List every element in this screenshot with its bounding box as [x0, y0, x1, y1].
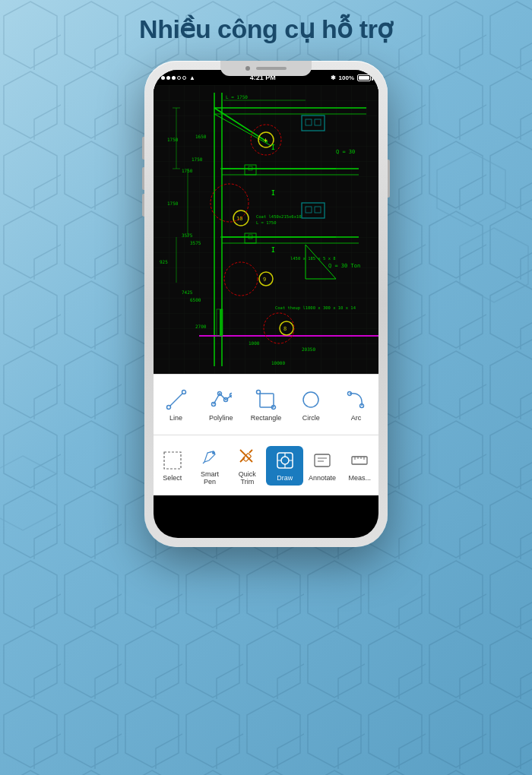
quick-trim-icon	[236, 446, 258, 467]
svg-text:L = 1750: L = 1750	[226, 94, 248, 100]
svg-text:1750: 1750	[167, 137, 179, 142]
bluetooth-icon: ✱	[331, 74, 336, 81]
svg-text:3575: 3575	[190, 240, 201, 245]
svg-text:l450 x 185 x 5 x 8: l450 x 185 x 5 x 8	[290, 256, 336, 261]
svg-point-93	[281, 457, 289, 464]
measure-icon	[349, 450, 370, 471]
svg-rect-7	[154, 85, 378, 374]
signal-dot-5	[182, 76, 186, 80]
nav-draw-label: Draw	[277, 474, 293, 482]
phone-frame: ▲ 4:21 PM ✱ 100%	[144, 61, 388, 547]
page-title: Nhiều công cụ hỗ trợ	[0, 0, 532, 52]
svg-text:10000: 10000	[271, 360, 285, 365]
status-left: ▲	[161, 74, 195, 81]
svg-rect-101	[352, 457, 367, 464]
front-camera	[245, 66, 250, 71]
tool-line[interactable]: Line	[154, 384, 198, 425]
svg-text:925: 925	[160, 259, 168, 264]
svg-marker-5	[0, 456, 57, 530]
phone-mockup: ▲ 4:21 PM ✱ 100%	[144, 61, 388, 532]
svg-point-76	[166, 405, 170, 409]
svg-text:1750: 1750	[182, 168, 193, 173]
signal-dot-1	[161, 76, 165, 80]
smart-pen-icon	[199, 446, 220, 467]
svg-text:2700: 2700	[195, 324, 207, 329]
arc-icon	[344, 388, 367, 411]
nav-measure-label: Meas...	[349, 474, 372, 482]
tool-rectangle[interactable]: Rectangle	[243, 384, 288, 425]
svg-point-77	[182, 390, 185, 394]
status-right: ✱ 100%	[331, 74, 371, 81]
battery-fill	[359, 76, 369, 80]
signal-dot-3	[172, 76, 176, 80]
svg-text:I: I	[271, 144, 275, 151]
cad-canvas: 1750 1750 925 Q = 30 Q = 30 Ton Coat l45…	[154, 85, 378, 374]
tool-polyline-label: Polyline	[209, 414, 233, 422]
svg-text:Coat theup l1000 x 300 x 10 x : Coat theup l1000 x 300 x 10 x 14	[275, 305, 356, 311]
phone-top-bar	[220, 61, 312, 76]
svg-text:+: +	[264, 137, 268, 144]
svg-text:7425: 7425	[182, 289, 193, 295]
signal-dots	[161, 76, 186, 80]
nav-select-label: Select	[163, 474, 182, 482]
tool-arc[interactable]: Arc	[334, 384, 378, 425]
line-icon	[165, 388, 188, 411]
svg-text:Q = 30 Ton: Q = 30 Ton	[328, 263, 360, 269]
phone-screen: ▲ 4:21 PM ✱ 100%	[154, 70, 378, 538]
battery-percent: 100%	[339, 74, 354, 81]
svg-text:L = 1750: L = 1750	[256, 220, 277, 225]
svg-text:1750: 1750	[192, 157, 203, 162]
nav-smart-pen-label: Smart Pen	[195, 470, 223, 486]
nav-quick-trim[interactable]: Quick Trim	[229, 442, 266, 489]
tool-polyline[interactable]: Polyline	[198, 384, 243, 425]
cad-drawing-area[interactable]: 1750 1750 925 Q = 30 Q = 30 Ton Coat l45…	[154, 85, 378, 374]
svg-marker-4	[460, 228, 528, 302]
svg-rect-85	[260, 394, 274, 407]
nav-select[interactable]: Select	[154, 446, 191, 486]
svg-text:1750: 1750	[167, 201, 179, 206]
svg-text:20350: 20350	[302, 346, 315, 352]
svg-text:6500: 6500	[190, 297, 201, 302]
nav-annotate-label: Annotate	[309, 474, 336, 482]
svg-rect-74	[220, 309, 223, 336]
svg-marker-3	[437, 152, 505, 226]
svg-rect-98	[315, 454, 330, 467]
nav-quick-trim-label: Quick Trim	[233, 470, 261, 486]
nav-draw[interactable]: Draw	[266, 446, 303, 486]
svg-text:9: 9	[263, 277, 266, 283]
signal-dot-4	[177, 76, 181, 80]
svg-line-78	[170, 394, 182, 406]
svg-point-90	[212, 451, 215, 454]
wifi-icon: ▲	[189, 74, 195, 81]
draw-icon	[274, 450, 296, 471]
select-icon	[162, 450, 183, 471]
svg-text:3575: 3575	[182, 232, 193, 238]
nav-measure[interactable]: Meas...	[341, 446, 378, 486]
phone-speaker	[256, 67, 287, 70]
svg-rect-89	[164, 452, 181, 469]
svg-text:8: 8	[283, 326, 287, 332]
tool-rectangle-label: Rectangle	[251, 414, 282, 422]
svg-point-86	[303, 392, 318, 407]
tool-arc-label: Arc	[351, 414, 362, 422]
rectangle-icon	[255, 388, 277, 411]
nav-toolbar: Select Smart Pen	[154, 435, 378, 495]
tool-line-label: Line	[169, 414, 182, 422]
signal-dot-2	[166, 76, 170, 80]
svg-text:I: I	[271, 247, 275, 254]
svg-text:I: I	[271, 190, 275, 197]
tool-circle-label: Circle	[302, 414, 320, 422]
svg-text:Q = 30: Q = 30	[336, 149, 355, 155]
svg-text:1650: 1650	[195, 134, 207, 139]
battery-icon	[357, 74, 371, 81]
draw-tools-toolbar: Line Polyline	[154, 374, 378, 435]
nav-annotate[interactable]: Annotate	[303, 446, 340, 486]
svg-text:Coat l450x215x6x10: Coat l450x215x6x10	[256, 214, 302, 219]
svg-text:1000: 1000	[249, 340, 260, 346]
tool-circle[interactable]: Circle	[289, 384, 334, 425]
nav-smart-pen[interactable]: Smart Pen	[191, 442, 228, 489]
polyline-icon	[210, 388, 233, 411]
circle-icon	[299, 388, 322, 411]
annotate-icon	[312, 450, 333, 471]
